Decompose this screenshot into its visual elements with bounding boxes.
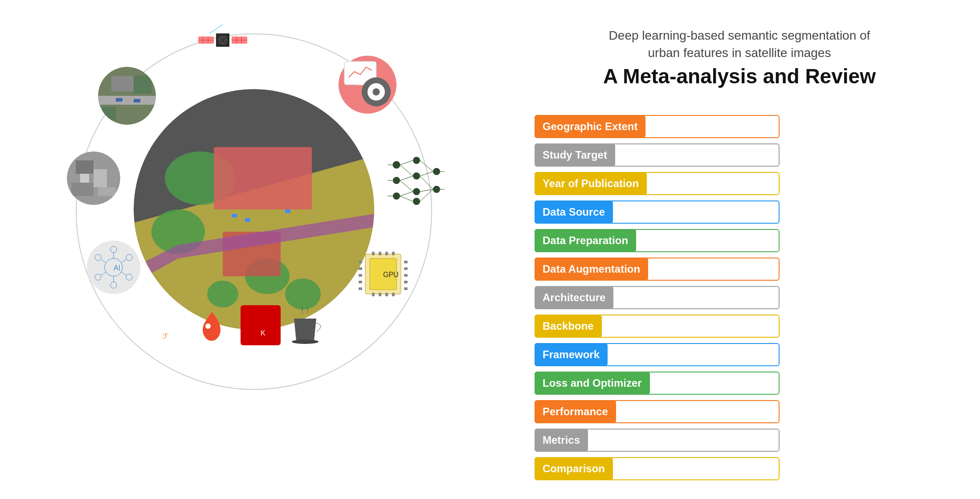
bar-label: Study Target	[535, 143, 615, 167]
svg-rect-68	[392, 252, 395, 255]
svg-rect-12	[245, 218, 250, 222]
svg-point-38	[393, 177, 400, 184]
svg-point-44	[433, 168, 440, 175]
svg-rect-73	[359, 261, 362, 263]
svg-point-90	[110, 246, 117, 253]
svg-point-43	[413, 198, 420, 205]
svg-rect-112	[98, 96, 156, 105]
gpu-icon: GPU	[356, 250, 410, 299]
svg-text:AI: AI	[114, 264, 120, 272]
bar-label: Framework	[535, 343, 608, 366]
svg-point-92	[126, 274, 132, 280]
svg-line-50	[400, 192, 413, 196]
bar-item[interactable]: Framework	[535, 343, 944, 366]
svg-point-84	[205, 323, 211, 329]
bar-label: Data Augmentation	[535, 258, 648, 281]
bar-item[interactable]: Year of Publication	[535, 172, 944, 195]
bar-label: Backbone	[535, 315, 602, 338]
bar-label: Geographic Extent	[535, 115, 645, 138]
svg-point-95	[95, 254, 101, 261]
bar-label: Data Preparation	[535, 229, 636, 252]
svg-rect-69	[372, 293, 375, 296]
svg-point-40	[413, 157, 420, 164]
bar-label: Performance	[535, 400, 616, 423]
bar-item[interactable]: Comparison	[535, 457, 944, 480]
svg-line-48	[400, 176, 413, 180]
svg-rect-85	[241, 305, 281, 345]
svg-line-98	[121, 272, 126, 275]
tensorflow-icon: ℱ	[143, 307, 183, 348]
subtitle-line2: urban features in satellite images	[648, 46, 831, 60]
bar-item[interactable]: Geographic Extent	[535, 115, 944, 138]
bar-label: Architecture	[535, 286, 613, 309]
svg-rect-33	[374, 78, 379, 82]
right-panel: Deep learning-based semantic segmentatio…	[490, 0, 980, 499]
svg-rect-106	[71, 183, 94, 196]
bar-label: Year of Publication	[535, 172, 647, 195]
svg-line-49	[400, 180, 413, 192]
svg-rect-75	[359, 274, 362, 277]
svg-rect-36	[386, 90, 391, 94]
caffe-icon	[285, 305, 325, 345]
main-title: A Meta-analysis and Review	[535, 64, 944, 88]
svg-line-52	[420, 160, 433, 172]
svg-text:GPU: GPU	[383, 271, 399, 278]
svg-line-46	[400, 160, 413, 165]
bar-item[interactable]: Study Target	[535, 143, 944, 167]
svg-line-101	[101, 259, 106, 263]
svg-line-54	[420, 176, 433, 189]
bar-label: Data Source	[535, 200, 613, 224]
svg-rect-72	[392, 293, 395, 296]
svg-rect-67	[385, 252, 388, 255]
satellite-image-circle	[134, 89, 374, 330]
svg-rect-65	[372, 252, 375, 255]
bar-item[interactable]: Loss and Optimizer	[535, 372, 944, 395]
bar-label: Metrics	[535, 429, 588, 452]
svg-rect-71	[385, 293, 388, 296]
svg-point-94	[95, 274, 101, 280]
svg-rect-108	[80, 174, 89, 183]
svg-rect-113	[134, 76, 151, 94]
svg-line-53	[420, 172, 433, 176]
bar-list: Geographic ExtentStudy TargetYear of Pub…	[535, 115, 944, 480]
aerial-image-circle	[98, 67, 156, 125]
bar-item[interactable]: Architecture	[535, 286, 944, 309]
bar-item[interactable]: Data Augmentation	[535, 258, 944, 281]
bar-item[interactable]: Backbone	[535, 315, 944, 338]
svg-point-32	[372, 88, 380, 95]
svg-point-39	[393, 192, 400, 200]
svg-point-42	[413, 188, 420, 195]
svg-point-87	[292, 339, 318, 344]
subtitle-line1: Deep learning-based semantic segmentatio…	[609, 29, 870, 42]
bar-label: Loss and Optimizer	[535, 372, 650, 395]
svg-rect-13	[285, 209, 290, 213]
svg-rect-82	[404, 287, 408, 290]
svg-rect-70	[379, 293, 381, 296]
svg-point-91	[126, 254, 132, 261]
svg-rect-107	[98, 187, 116, 196]
svg-rect-76	[359, 281, 362, 283]
svg-line-97	[121, 259, 126, 263]
svg-rect-104	[76, 160, 94, 174]
svg-rect-35	[362, 90, 367, 94]
svg-point-7	[207, 281, 238, 307]
svg-rect-74	[359, 267, 362, 270]
svg-point-41	[413, 172, 420, 180]
svg-rect-77	[359, 287, 362, 290]
bar-item[interactable]: Performance	[535, 400, 944, 423]
svg-line-23	[209, 25, 223, 33]
svg-rect-8	[214, 147, 312, 209]
ai-icon: AI	[87, 241, 140, 294]
svg-rect-116	[134, 99, 140, 102]
svg-point-45	[433, 186, 440, 193]
bar-item[interactable]: Data Preparation	[535, 229, 944, 252]
bar-item[interactable]: Metrics	[535, 429, 944, 452]
svg-rect-80	[404, 274, 408, 277]
svg-line-100	[101, 272, 106, 275]
svg-rect-81	[404, 281, 408, 283]
svg-rect-66	[379, 252, 381, 255]
bar-label: Comparison	[535, 457, 613, 480]
keras-icon: K	[241, 305, 281, 345]
bar-item[interactable]: Data Source	[535, 200, 944, 224]
diagram-area: GPU ℱ	[0, 0, 490, 499]
